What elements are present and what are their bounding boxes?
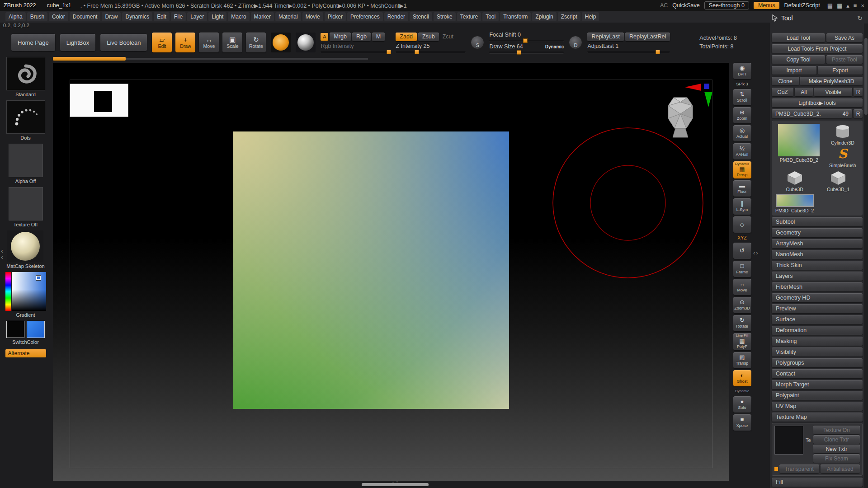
menu-item[interactable]: Color — [49, 12, 68, 21]
shelf-button[interactable]: XYZ — [733, 235, 751, 241]
tool-section-fill[interactable]: Fill — [772, 478, 863, 487]
alternate-button[interactable]: Alternate — [5, 349, 46, 357]
tool-section-bar[interactable]: Preview — [772, 304, 863, 313]
menu-item[interactable]: Movie — [302, 12, 323, 21]
window-control-icon[interactable]: × — [861, 2, 864, 9]
tool-section-bar[interactable]: FiberMesh — [772, 282, 863, 291]
current-material-thumbnail[interactable] — [296, 33, 316, 52]
z-intensity-slider[interactable]: Z Intensity 25 — [396, 43, 466, 53]
slider-handle[interactable] — [387, 50, 391, 54]
make-polymesh3d-button[interactable]: Make PolyMesh3D — [800, 77, 863, 85]
lightbox-divider-handle[interactable] — [53, 57, 126, 61]
zsub-button[interactable]: Zsub — [418, 33, 439, 41]
shelf-button[interactable]: ◎ Actual — [733, 125, 751, 141]
panel-scrollbar-thumb[interactable] — [864, 38, 868, 115]
primary-color-swatch[interactable] — [6, 321, 24, 338]
axis-x-arrow[interactable] — [685, 84, 701, 91]
tool-thumbnail-selected[interactable] — [776, 194, 814, 207]
goz-all-button[interactable]: All — [795, 88, 813, 96]
color-picker[interactable] — [5, 272, 46, 311]
texture-on-button[interactable]: Texture On — [813, 426, 860, 434]
focal-shift-slider[interactable]: Focal Shift 0 — [489, 32, 564, 42]
menu-item[interactable]: Dynamics — [122, 12, 152, 21]
tool-thumbnail-simplebrush[interactable]: S — [833, 146, 853, 162]
bottom-tray-toggle[interactable]: ▲ ▼ — [387, 480, 403, 483]
tool-section-bar[interactable]: Contact — [772, 369, 863, 378]
default-zscript-button[interactable]: DefaultZScript — [784, 2, 820, 9]
tool-section-bar[interactable]: Polypaint — [772, 391, 863, 400]
tool-section-bar[interactable]: NanoMesh — [772, 250, 863, 259]
mode-button[interactable]: ↔ Move — [199, 33, 219, 52]
refresh-icon[interactable]: ↻ — [857, 14, 863, 22]
active-tool-slider[interactable]: PM3D_Cube3D_2. 49 — [772, 109, 852, 118]
menu-item[interactable]: Light — [208, 12, 226, 21]
menu-item[interactable]: Preferences — [347, 12, 383, 21]
import-button[interactable]: Import — [772, 66, 816, 75]
window-control-icon[interactable]: ▦ — [837, 2, 842, 9]
tool-section-bar[interactable]: Layers — [772, 272, 863, 281]
menu-item[interactable]: Alpha — [5, 12, 26, 21]
shelf-button[interactable]: ⊕ Zoom — [733, 107, 751, 123]
polymesh-figure[interactable] — [665, 96, 695, 139]
menu-item[interactable]: Render — [384, 12, 408, 21]
slider-handle[interactable] — [517, 50, 521, 55]
menu-item[interactable]: Tool — [482, 12, 499, 21]
shelf-button[interactable]: ↔ Move — [733, 279, 751, 295]
tool-section-bar[interactable]: Geometry HD — [772, 293, 863, 302]
shelf-button[interactable]: SPix 3 — [733, 81, 751, 87]
menu-item[interactable]: Texture — [457, 12, 481, 21]
shelf-button[interactable]: ◇ — [733, 216, 751, 233]
shelf-button[interactable]: ∥ L.Sym — [733, 198, 751, 215]
clone-button[interactable]: Clone — [772, 77, 799, 85]
goz-r-button[interactable]: R — [854, 88, 863, 96]
menu-item[interactable]: Brush — [27, 12, 47, 21]
see-through-control[interactable]: See-through 0 — [704, 1, 749, 9]
tool-section-texture-map[interactable]: Texture Map — [772, 413, 863, 422]
transparent-button[interactable]: Transparent — [779, 465, 819, 473]
texture-off-thumbnail[interactable] — [9, 187, 43, 221]
shelf-button[interactable]: ↺ — [733, 243, 751, 259]
saturation-value-square[interactable] — [12, 272, 46, 311]
window-control-icon[interactable]: ▴ — [846, 2, 849, 9]
zadd-button[interactable]: Zadd — [396, 33, 417, 41]
menu-item[interactable]: Material — [275, 12, 301, 21]
matcap-thumbnail[interactable] — [7, 230, 43, 262]
menu-item[interactable]: Zscript — [558, 12, 580, 21]
mode-button[interactable]: ↻ Rotate — [246, 33, 266, 52]
shelf-button[interactable]: Dynamic — [733, 388, 751, 394]
axis-origin-dot[interactable] — [704, 84, 709, 89]
tool-section-bar[interactable]: Morph Target — [772, 380, 863, 389]
color-a-chip[interactable]: A — [321, 33, 328, 41]
tool-thumbnail-active[interactable] — [778, 124, 820, 156]
shelf-button[interactable]: ◉ BPR — [733, 63, 751, 79]
menu-item[interactable]: Draw — [102, 12, 121, 21]
clone-txtr-button[interactable]: Clone Txtr — [813, 435, 860, 444]
mode-button[interactable]: ▱ Edit — [152, 33, 172, 52]
current-brush-thumbnail[interactable] — [271, 33, 291, 52]
hue-strip[interactable] — [5, 272, 11, 311]
tool-section-bar[interactable]: UV Map — [772, 402, 863, 411]
menu-item[interactable]: Transform — [500, 12, 531, 21]
d-dial[interactable]: D — [569, 36, 582, 49]
mode-button[interactable]: + Draw — [175, 33, 195, 52]
mrgb-button[interactable]: Mrgb — [330, 33, 350, 41]
texture-map-thumbnail[interactable] — [774, 426, 803, 455]
tool-section-bar[interactable]: Subtool — [772, 217, 863, 226]
active-tool-r-button[interactable]: R — [854, 109, 863, 118]
shelf-button[interactable]: ½ AAHalf — [733, 143, 751, 160]
standard-brush-thumbnail[interactable] — [6, 57, 45, 90]
copy-tool-button[interactable]: Copy Tool — [772, 55, 825, 64]
shelf-button[interactable]: Dynamic ▦ Persp — [733, 161, 751, 178]
replay-last-rel-button[interactable]: ReplayLastRel — [625, 33, 670, 41]
right-tray-toggle[interactable]: ‹› — [753, 249, 759, 256]
live-boolean-button[interactable]: Live Boolean — [100, 34, 147, 51]
shelf-button[interactable]: ▨ Transp — [733, 352, 751, 368]
tool-palette-header[interactable]: Tool ↻ — [772, 12, 863, 24]
tool-section-bar[interactable]: Thick Skin — [772, 261, 863, 270]
dots-stroke-thumbnail[interactable] — [6, 100, 45, 134]
panel-scrollbar[interactable] — [864, 23, 868, 488]
tool-section-bar[interactable]: Deformation — [772, 326, 863, 335]
menu-item[interactable]: Zplugin — [532, 12, 556, 21]
menu-item[interactable]: File — [171, 12, 186, 21]
menu-item[interactable]: Document — [70, 12, 101, 21]
